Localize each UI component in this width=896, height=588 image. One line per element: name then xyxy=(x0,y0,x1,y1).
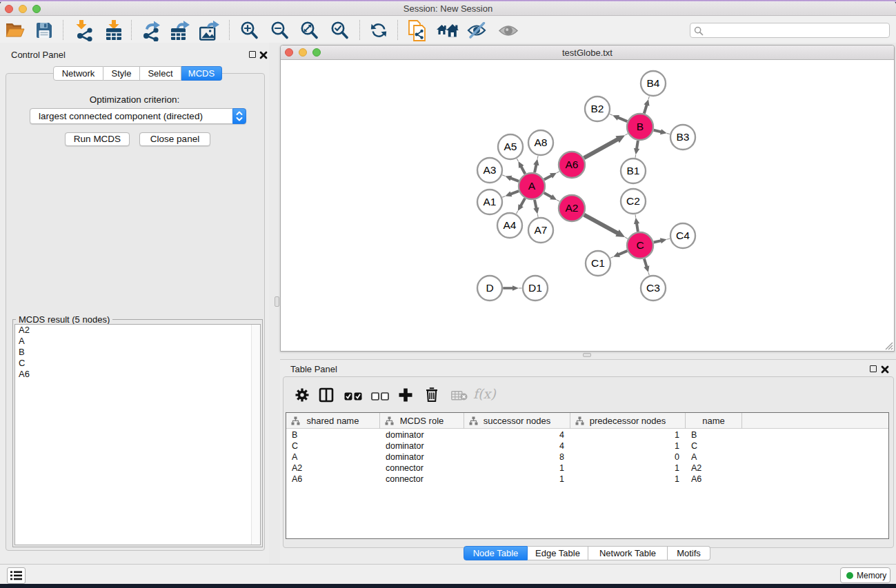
window-titlebar[interactable]: Session: New Session xyxy=(0,1,896,16)
function-builder-icon[interactable]: f(x) xyxy=(473,386,496,401)
mcds-result-item[interactable]: B xyxy=(15,347,260,358)
tab-select[interactable]: Select xyxy=(140,66,181,81)
vertical-splitter-handle[interactable] xyxy=(275,296,279,307)
close-panel-icon[interactable] xyxy=(259,51,268,59)
zoom-selected-icon[interactable] xyxy=(330,21,349,43)
node-A6[interactable]: A6 xyxy=(559,152,585,178)
column-header-predecessor-nodes[interactable]: predecessor nodes xyxy=(570,413,686,429)
node-B2[interactable]: B2 xyxy=(585,97,610,121)
tab-style[interactable]: Style xyxy=(103,66,140,81)
scrollbar-track[interactable] xyxy=(251,325,260,545)
node-C3[interactable]: C3 xyxy=(641,276,666,301)
tab-node-table[interactable]: Node Table xyxy=(464,546,528,560)
tab-motifs[interactable]: Motifs xyxy=(668,546,710,560)
edge-A-A4[interactable] xyxy=(517,199,526,214)
tab-mcds[interactable]: MCDS xyxy=(181,66,222,81)
column-header-MCDS-role[interactable]: MCDS role xyxy=(380,413,464,429)
node-C4[interactable]: C4 xyxy=(670,223,695,248)
horizontal-splitter-handle[interactable] xyxy=(583,353,591,357)
criterion-dropdown[interactable]: largest connected component (directed) xyxy=(30,108,246,124)
edge-A-A7[interactable] xyxy=(533,200,539,217)
node-A3[interactable]: A3 xyxy=(477,158,502,183)
node-B3[interactable]: B3 xyxy=(670,125,695,150)
node-C[interactable]: C xyxy=(627,232,653,258)
edge-C-C4[interactable] xyxy=(654,238,670,243)
tab-edge-table[interactable]: Edge Table xyxy=(528,546,588,560)
edge-C-C2[interactable] xyxy=(634,214,639,232)
edge-B-B2[interactable] xyxy=(610,114,627,122)
edge-A-A5[interactable] xyxy=(517,159,525,174)
node-A8[interactable]: A8 xyxy=(528,130,553,155)
table-options-icon[interactable] xyxy=(295,387,310,405)
network-graph-canvas[interactable]: B4B2BB3A8A5A6B1A3AA1C2A2A4A7C4CC1C3DD1 xyxy=(281,60,894,352)
open-file-icon[interactable] xyxy=(4,21,25,42)
close-table-panel-icon[interactable] xyxy=(881,365,889,374)
select-all-icon[interactable] xyxy=(344,391,362,403)
node-A[interactable]: A xyxy=(519,173,545,199)
edge-A-A6[interactable] xyxy=(544,172,559,180)
import-table-icon[interactable] xyxy=(104,19,123,44)
export-image-icon[interactable] xyxy=(199,20,220,44)
deselect-all-icon[interactable] xyxy=(371,391,389,403)
node-A1[interactable]: A1 xyxy=(477,190,502,214)
edge-D-D1[interactable] xyxy=(503,285,521,291)
edge-A-A8[interactable] xyxy=(533,156,539,172)
table-row[interactable]: Bdominator41B xyxy=(286,429,888,440)
mcds-result-item[interactable]: A2 xyxy=(15,325,260,336)
mcds-result-item[interactable]: A xyxy=(15,336,260,347)
edge-C-C1[interactable] xyxy=(610,251,627,258)
delete-icon[interactable] xyxy=(425,387,439,405)
node-table[interactable]: shared nameMCDS rolesuccessor nodesprede… xyxy=(286,412,889,539)
edge-B-B3[interactable] xyxy=(654,129,670,134)
task-history-button[interactable] xyxy=(7,567,26,584)
clone-network-icon[interactable] xyxy=(407,19,428,45)
node-A5[interactable]: A5 xyxy=(498,134,523,159)
edge-C-C3[interactable] xyxy=(644,258,649,275)
edge-B-B4[interactable] xyxy=(644,97,649,114)
network-window-titlebar[interactable]: testGlobe.txt xyxy=(281,45,894,60)
refresh-icon[interactable] xyxy=(369,21,388,43)
first-neighbors-icon[interactable] xyxy=(436,23,459,41)
hide-selected-icon[interactable] xyxy=(467,22,488,41)
zoom-fit-icon[interactable] xyxy=(300,21,319,43)
column-header-name[interactable]: name xyxy=(686,413,742,429)
column-header-successor-nodes[interactable]: successor nodes xyxy=(464,413,570,429)
tab-network[interactable]: Network xyxy=(53,66,103,81)
add-icon[interactable] xyxy=(398,387,413,405)
show-all-icon[interactable] xyxy=(498,24,519,40)
show-columns-icon[interactable] xyxy=(319,387,334,405)
float-panel-button[interactable] xyxy=(249,51,256,58)
mcds-result-list[interactable]: A2ABCA6 xyxy=(14,324,261,545)
save-session-icon[interactable] xyxy=(35,21,53,42)
close-panel-button[interactable]: Close panel xyxy=(139,132,210,146)
node-C1[interactable]: C1 xyxy=(586,251,610,276)
edge-A6-B[interactable] xyxy=(584,134,628,158)
node-B4[interactable]: B4 xyxy=(641,71,666,96)
table-row[interactable]: A6connector11A6 xyxy=(286,474,888,485)
search-input[interactable] xyxy=(690,23,890,38)
table-row[interactable]: A2connector11A2 xyxy=(286,463,888,474)
node-C2[interactable]: C2 xyxy=(621,189,646,214)
mcds-result-item[interactable]: A6 xyxy=(15,369,260,380)
edge-A2-C[interactable] xyxy=(584,215,628,239)
table-row[interactable]: Cdominator41C xyxy=(286,440,888,452)
node-A4[interactable]: A4 xyxy=(497,213,522,238)
import-network-icon[interactable] xyxy=(74,19,94,44)
node-B[interactable]: B xyxy=(627,114,653,140)
mcds-result-item[interactable]: C xyxy=(15,358,260,369)
memory-button[interactable]: Memory xyxy=(840,567,890,583)
edge-A-A2[interactable] xyxy=(544,193,559,201)
edge-A-A3[interactable] xyxy=(502,175,519,181)
zoom-out-icon[interactable] xyxy=(270,21,289,43)
export-table-icon[interactable] xyxy=(170,20,190,44)
node-A7[interactable]: A7 xyxy=(528,218,553,243)
delete-table-icon[interactable] xyxy=(451,391,468,403)
node-D[interactable]: D xyxy=(477,276,502,301)
column-header-shared-name[interactable]: shared name xyxy=(286,413,380,429)
float-table-panel-button[interactable] xyxy=(870,365,877,372)
resize-grip-icon[interactable] xyxy=(884,341,893,350)
table-row[interactable]: Adominator80A xyxy=(286,452,888,463)
edge-A-A1[interactable] xyxy=(502,191,519,197)
edge-B-B1[interactable] xyxy=(634,141,639,158)
run-mcds-button[interactable]: Run MCDS xyxy=(65,132,130,146)
